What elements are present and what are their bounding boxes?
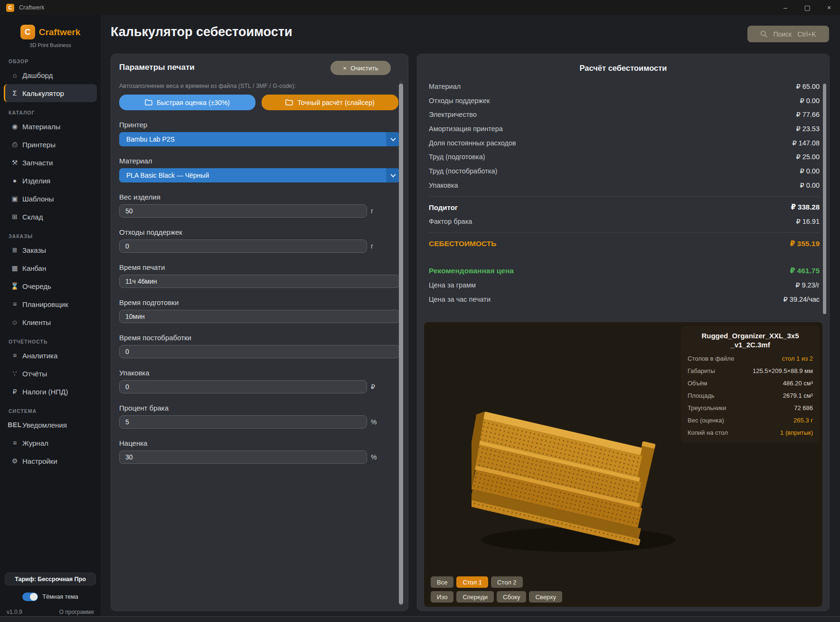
clients-icon: ☺ (7, 318, 22, 326)
analytics-icon: ≡ (7, 352, 22, 359)
reports-icon: ∵ (7, 370, 22, 377)
maximize-button[interactable]: ▢ (796, 0, 818, 15)
tariff-button[interactable]: Тариф: Бессрочная Про (5, 573, 96, 585)
weight-input[interactable] (119, 204, 367, 218)
sidebar-item-templates[interactable]: ▣ Шаблоны (4, 190, 97, 208)
logo-name: Craftwerk (39, 27, 81, 38)
sidebar-item-parts[interactable]: ⚒ Запчасти (4, 153, 97, 172)
sidebar-item-taxes[interactable]: ₽ Налоги (НПД) (4, 383, 97, 401)
tools-icon: ⚒ (7, 159, 22, 166)
window-title: Craftwerk (19, 4, 44, 11)
bench-2-button[interactable]: Стол 2 (491, 576, 523, 588)
clear-button-label: Очистить (350, 65, 378, 72)
cost-row: Труд (подготовка)₽ 25.00 (429, 150, 820, 164)
subtotal-value: ₽ 338.28 (791, 203, 820, 211)
sidebar-item-settings[interactable]: ⚙ Настройки (4, 452, 97, 470)
markup-suffix: % (371, 453, 377, 461)
sidebar-item-label: Настройки (22, 457, 57, 465)
material-icon: ◉ (7, 123, 22, 130)
sidebar-item-printers[interactable]: ⎙ Принтеры (4, 135, 97, 153)
print-time-input[interactable] (119, 275, 400, 288)
view-iso-button[interactable]: Изо (431, 591, 453, 603)
sidebar-item-calculator[interactable]: Σ Калькулятор (4, 84, 97, 102)
sidebar-item-journal[interactable]: ≡ Журнал (4, 434, 97, 452)
defect-factor-label: Фактор брака (429, 218, 472, 225)
sidebar-item-label: Налоги (НПД) (22, 388, 68, 396)
packaging-input[interactable] (119, 380, 367, 393)
quick-estimate-button[interactable]: Быстрая оценка (±30%) (119, 95, 255, 110)
cost-row-value: ₽ 25.00 (796, 153, 820, 161)
search-shortcut: Ctrl+K (797, 30, 816, 38)
info-row: Столов в файлестол 1 из 2 (688, 355, 813, 362)
folder-icon (145, 99, 152, 105)
cost-total-label: СЕБЕСТОИМОСТЬ (429, 239, 496, 248)
sidebar-item-orders[interactable]: ≣ Заказы (4, 241, 97, 259)
defect-pct-input[interactable] (119, 415, 367, 429)
printer-select[interactable]: Bambu Lab P2S (119, 132, 400, 146)
sidebar-item-queue[interactable]: ⌛ Очередь (4, 277, 97, 295)
recommended-price-value: ₽ 461.75 (790, 267, 820, 275)
subtotal-label: Подитог (429, 203, 458, 211)
orders-icon: ≣ (7, 246, 22, 254)
sidebar-item-planner[interactable]: ≡ Планировщик (4, 295, 97, 313)
close-button[interactable]: × (818, 0, 840, 15)
search-label: Поиск (773, 30, 792, 38)
view-side-button[interactable]: Сбоку (497, 591, 526, 603)
markup-input[interactable] (119, 450, 367, 464)
sidebar-item-materials[interactable]: ◉ Материалы (4, 117, 97, 135)
sidebar-item-notifications[interactable]: BEL Уведомления (4, 416, 97, 434)
sidebar-item-clients[interactable]: ☺ Клиенты (4, 313, 97, 331)
folder-icon (285, 99, 293, 105)
print-time-label: Время печати (119, 263, 400, 271)
about-link[interactable]: О программе (59, 609, 94, 615)
precise-calc-button[interactable]: Точный расчёт (слайсер) (262, 95, 398, 110)
post-time-input[interactable] (119, 345, 400, 358)
window-titlebar: C Craftwerk – ▢ × (0, 0, 840, 15)
cost-row: Электричество₽ 77.66 (429, 107, 820, 122)
sidebar-item-label: Очередь (22, 282, 51, 290)
app-version: v1.0.9 (7, 609, 22, 615)
bench-1-button[interactable]: Стол 1 (456, 576, 488, 588)
print-params-panel: Параметры печати × Очистить Автозаполнен… (111, 54, 408, 611)
price-per-hour-label: Цена за час печати (429, 296, 491, 303)
craftwerk-logo-icon: C (20, 25, 35, 39)
price-per-hour-value: ₽ 39.24/час (783, 296, 820, 303)
home-icon: ⌂ (7, 71, 22, 79)
support-waste-suffix: г (371, 242, 373, 250)
sidebar-item-reports[interactable]: ∵ Отчёты (4, 364, 97, 383)
view-front-button[interactable]: Спереди (456, 591, 494, 603)
cost-row: Доля постоянных расходов₽ 147.08 (429, 136, 820, 150)
stock-icon: ⊞ (7, 213, 22, 220)
recommended-price-row: Рекомендованная цена₽ 461.75 (429, 264, 820, 278)
hourglass-icon: ⌛ (7, 282, 22, 290)
sidebar-item-stock[interactable]: ⊞ Склад (4, 208, 97, 226)
support-waste-input[interactable] (119, 239, 367, 253)
model-info-box: Rugged_Organizer_XXL_3x5 _v1_2C.3mf Стол… (681, 326, 820, 443)
cost-row: Отходы поддержек₽ 0.00 (429, 94, 820, 108)
bench-all-button[interactable]: Все (431, 576, 453, 588)
packaging-label: Упаковка (119, 369, 400, 377)
cost-total-value: ₽ 355.19 (790, 239, 820, 248)
view-top-button[interactable]: Сверху (529, 591, 562, 603)
model-viewer[interactable]: Rugged_Organizer_XXL_3x5 _v1_2C.3mf Стол… (424, 322, 822, 607)
markup-label: Наценка (119, 439, 400, 447)
chevron-down-icon (386, 168, 400, 182)
material-select[interactable]: PLA Basic Black — Чёрный (119, 168, 400, 182)
sidebar-item-dashboard[interactable]: ⌂ Дашборд (4, 66, 97, 84)
search-button[interactable]: Поиск Ctrl+K (747, 26, 829, 42)
sidebar-item-label: Журнал (22, 439, 48, 447)
cost-calc-title: Расчёт себестоимости (417, 54, 829, 73)
ruble-icon: ₽ (7, 388, 22, 395)
prep-time-input[interactable] (119, 310, 400, 323)
sidebar-item-products[interactable]: ● Изделия (4, 172, 97, 190)
sidebar-item-kanban[interactable]: ▦ Канбан (4, 259, 97, 277)
minimize-button[interactable]: – (774, 0, 796, 15)
scrollbar-thumb[interactable] (823, 84, 826, 314)
scrollbar-thumb[interactable] (399, 84, 403, 604)
close-icon: × (343, 65, 347, 72)
divider (429, 232, 820, 233)
sidebar-item-analytics[interactable]: ≡ Аналитика (4, 346, 97, 364)
clear-button[interactable]: × Очистить (330, 61, 391, 75)
dark-theme-toggle[interactable] (22, 593, 38, 601)
cost-row-label: Труд (подготовка) (429, 153, 485, 161)
